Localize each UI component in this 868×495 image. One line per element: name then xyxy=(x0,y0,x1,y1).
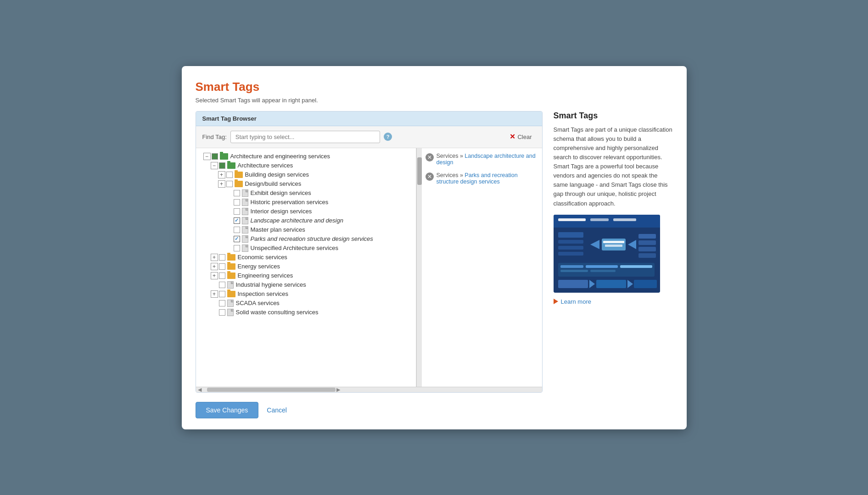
left-panel: Smart Tag Browser Find Tag: ? ✕ Clear xyxy=(196,111,543,393)
checkbox-exhibit[interactable] xyxy=(234,190,240,196)
checkbox-landscape[interactable] xyxy=(234,217,240,224)
doc-icon-master xyxy=(242,226,248,234)
tree-toggle-inspection[interactable]: + xyxy=(211,290,218,298)
folder-icon-inspection xyxy=(227,291,235,297)
tree-item-scada[interactable]: SCADA services xyxy=(200,299,414,308)
checkbox-solid[interactable] xyxy=(219,309,225,316)
svg-rect-7 xyxy=(558,246,583,250)
find-tag-input[interactable] xyxy=(230,131,380,143)
checkbox-historic[interactable] xyxy=(234,199,240,206)
item-label-arch-eng: Architecture and engineering services xyxy=(230,153,330,160)
tree-item-engineering[interactable]: + Engineering services xyxy=(200,271,414,280)
tree-item-energy[interactable]: + Energy services xyxy=(200,262,414,271)
remove-landscape-button[interactable]: ✕ xyxy=(426,153,434,161)
item-label-inspection: Inspection services xyxy=(238,290,289,297)
tree-panel[interactable]: − Architecture and engineering services … xyxy=(196,148,416,387)
clear-button[interactable]: ✕ Clear xyxy=(506,132,535,142)
checkbox-design-build[interactable] xyxy=(226,181,233,187)
item-label-economic: Economic services xyxy=(238,254,287,261)
modal-title: Smart Tags xyxy=(196,80,673,94)
checkbox-master[interactable] xyxy=(234,227,240,233)
tree-toggle-design-build[interactable]: + xyxy=(218,180,225,188)
tree-toggle-energy[interactable]: + xyxy=(211,263,218,270)
tree-item-historic[interactable]: Historic preservation services xyxy=(200,198,414,207)
doc-icon-unspecified xyxy=(242,245,248,252)
tree-item-arch-eng[interactable]: − Architecture and engineering services xyxy=(200,152,414,161)
tree-toggle-engineering[interactable]: + xyxy=(211,272,218,279)
svg-rect-24 xyxy=(558,280,588,288)
tree-item-building[interactable]: + Building design services xyxy=(200,170,414,179)
tree-item-exhibit[interactable]: Exhibit design services xyxy=(200,189,414,198)
checkbox-inspection[interactable] xyxy=(219,291,225,297)
checkbox-building[interactable] xyxy=(226,172,233,178)
browser-box: Smart Tag Browser Find Tag: ? ✕ Clear xyxy=(196,111,543,393)
item-label-industrial: Industrial hygiene services xyxy=(236,281,306,288)
tree-item-industrial[interactable]: Industrial hygiene services xyxy=(200,280,414,289)
folder-icon-arch-svc xyxy=(227,162,235,169)
save-button[interactable]: Save Changes xyxy=(196,402,259,418)
tree-item-landscape[interactable]: Landscape architecture and design xyxy=(200,216,414,225)
selected-prefix-landscape: Services » xyxy=(437,153,465,159)
checkbox-arch-eng[interactable] xyxy=(212,153,218,160)
svg-rect-21 xyxy=(620,265,652,268)
modal-footer: Save Changes Cancel xyxy=(196,402,673,418)
selected-item-landscape: ✕ Services » Landscape architecture and … xyxy=(426,153,538,166)
h-scroll-bar[interactable]: ◀ ▶ xyxy=(196,387,542,392)
checkbox-economic[interactable] xyxy=(219,254,225,261)
scrollbar-thumb[interactable] xyxy=(417,157,422,185)
remove-parks-button[interactable]: ✕ xyxy=(426,172,434,181)
selected-item-text-landscape: Services » Landscape architecture and de… xyxy=(437,153,538,166)
tree-toggle-economic[interactable]: + xyxy=(211,254,218,261)
cancel-button[interactable]: Cancel xyxy=(265,402,289,418)
tree-item-inspection[interactable]: + Inspection services xyxy=(200,289,414,299)
tree-toggle-arch-svc[interactable]: − xyxy=(211,162,218,169)
browser-header: Smart Tag Browser xyxy=(196,111,542,126)
svg-rect-20 xyxy=(586,265,618,268)
tree-item-solid[interactable]: Solid waste consulting services xyxy=(200,308,414,317)
svg-rect-15 xyxy=(638,240,656,245)
item-label-parks: Parks and recreation structure design se… xyxy=(251,235,373,242)
doc-icon-industrial xyxy=(227,281,234,289)
modal-overlay: Smart Tags Selected Smart Tags will appe… xyxy=(0,0,868,495)
checkbox-engineering[interactable] xyxy=(219,273,225,279)
clear-label: Clear xyxy=(517,133,532,140)
item-label-interior: Interior design services xyxy=(251,208,312,215)
item-label-landscape: Landscape architecture and design xyxy=(251,217,343,224)
checkbox-unspecified[interactable] xyxy=(234,245,240,251)
checkbox-interior[interactable] xyxy=(234,208,240,215)
tree-toggle-building[interactable]: + xyxy=(218,171,225,178)
tree-item-economic[interactable]: + Economic services xyxy=(200,253,414,262)
h-scroll-right-arrow[interactable]: ▶ xyxy=(336,387,341,393)
tree-item-interior[interactable]: Interior design services xyxy=(200,207,414,216)
help-icon[interactable]: ? xyxy=(384,133,392,141)
svg-rect-2 xyxy=(558,218,586,221)
h-scroll-left-arrow[interactable]: ◀ xyxy=(197,387,202,393)
folder-icon-building xyxy=(235,172,243,178)
tree-item-master[interactable]: Master plan services xyxy=(200,225,414,234)
folder-icon-design-build xyxy=(235,181,243,187)
checkbox-industrial[interactable] xyxy=(219,282,225,288)
tree-item-design-build[interactable]: + Design/build services xyxy=(200,179,414,189)
modal-body: Smart Tag Browser Find Tag: ? ✕ Clear xyxy=(196,111,673,393)
find-tag-row: Find Tag: ? ✕ Clear xyxy=(196,126,542,148)
checkbox-energy[interactable] xyxy=(219,263,225,270)
checkbox-parks[interactable] xyxy=(234,236,240,242)
svg-rect-22 xyxy=(560,270,588,272)
tree-item-arch-svc[interactable]: − Architecture services xyxy=(200,161,414,170)
modal-subtitle: Selected Smart Tags will appear in right… xyxy=(196,97,673,104)
checkbox-arch-svc[interactable] xyxy=(219,162,225,169)
right-panel: Smart Tags Smart Tags are part of a uniq… xyxy=(554,111,673,305)
doc-icon-scada xyxy=(227,300,234,307)
tree-scrollbar-y[interactable] xyxy=(416,148,422,387)
smart-tags-diagram xyxy=(554,215,660,293)
smart-tags-modal: Smart Tags Selected Smart Tags will appe… xyxy=(182,66,687,429)
learn-more-link[interactable]: Learn more xyxy=(554,298,673,305)
checkbox-scada[interactable] xyxy=(219,300,225,306)
item-label-building: Building design services xyxy=(245,171,309,178)
h-scroll-thumb[interactable] xyxy=(207,388,336,392)
item-label-solid: Solid waste consulting services xyxy=(236,309,319,316)
tree-toggle-arch-eng[interactable]: − xyxy=(203,153,211,160)
tree-item-parks[interactable]: Parks and recreation structure design se… xyxy=(200,234,414,244)
right-panel-title: Smart Tags xyxy=(554,111,673,121)
tree-item-unspecified[interactable]: Unspecified Architecture services xyxy=(200,244,414,253)
